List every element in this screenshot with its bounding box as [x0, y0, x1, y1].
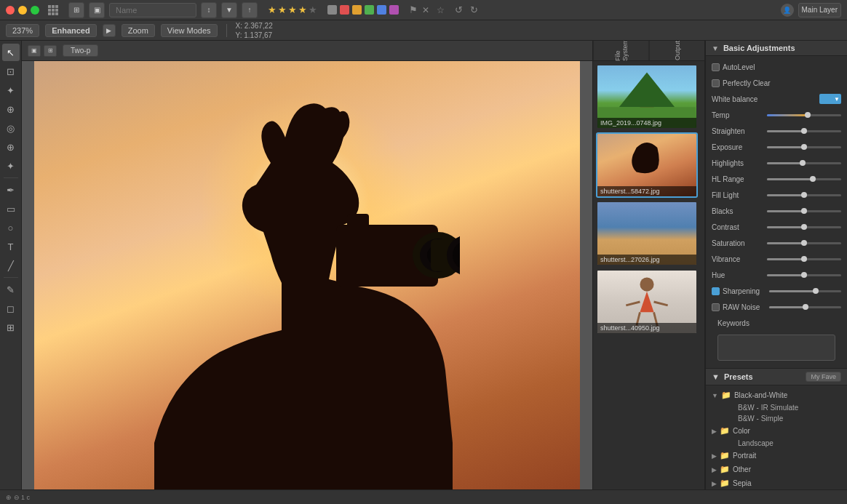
highlights-slider[interactable] [767, 162, 841, 164]
rect-tool[interactable]: ▭ [2, 200, 20, 217]
preset-bw-ir[interactable]: B&W - IR Simulate [720, 402, 847, 413]
autolevel-checkbox[interactable] [712, 63, 720, 71]
preset-folder-portrait[interactable]: ▶ 📁 Portrait [706, 449, 847, 463]
close-button[interactable] [6, 6, 15, 15]
star-3[interactable]: ★ [288, 4, 297, 15]
color-label-gray[interactable] [327, 5, 337, 15]
star-toggle-icon[interactable]: ☆ [437, 5, 445, 15]
basic-adjustments-header[interactable]: ▼ Basic Adjustments [706, 41, 847, 56]
export-icon[interactable]: ↑ [242, 2, 258, 18]
crop-tool[interactable]: ⊡ [2, 63, 20, 80]
canvas-wrapper[interactable] [22, 61, 592, 489]
my-fave-tab[interactable]: My Fave [806, 372, 841, 382]
perfectly-clear-checkbox[interactable] [712, 79, 720, 87]
white-balance-picker[interactable]: ▼ [819, 94, 841, 104]
thumbnail-item[interactable]: IMG_2019...0748.jpg [596, 64, 698, 129]
view-toggle-icon[interactable]: ⊞ [68, 2, 84, 18]
color-label-blue[interactable] [377, 5, 386, 15]
maximize-button[interactable] [31, 6, 39, 15]
preset-folder-color[interactable]: ▶ 📁 Color [706, 424, 847, 438]
arrow-right-icon[interactable]: ▶ [103, 24, 116, 37]
star-5[interactable]: ★ [309, 4, 317, 15]
preview-single-icon[interactable]: ▣ [28, 45, 41, 57]
top-bar-right: 👤 Main Layer [781, 3, 841, 17]
brush-tool[interactable]: ⊕ [2, 100, 20, 118]
file-system-tab[interactable]: File System [593, 41, 649, 60]
color-label-orange[interactable] [352, 5, 362, 15]
keywords-input[interactable] [717, 335, 835, 361]
presets-section: ▼ Presets My Fave ▼ 📁 Black-and-White B&… [706, 368, 847, 489]
text-tool[interactable]: T [2, 238, 20, 255]
view-single-icon[interactable]: ▣ [89, 2, 105, 18]
preset-bw-simple[interactable]: B&W - Simple [720, 413, 847, 424]
fill-light-slider[interactable] [767, 194, 841, 196]
zoom-button[interactable]: Zoom [122, 24, 155, 37]
oval-tool[interactable]: ○ [2, 219, 20, 236]
raw-noise-checkbox[interactable] [712, 303, 720, 311]
exposure-slider[interactable] [767, 146, 841, 148]
reject-icon[interactable]: ✕ [422, 5, 429, 15]
thumbnail-item[interactable]: shutterst...40950.jpg [596, 269, 698, 335]
blacks-slider[interactable] [767, 210, 841, 212]
redo-icon[interactable]: ↻ [470, 4, 478, 15]
raw-noise-label: RAW Noise [723, 303, 766, 311]
preset-landscape[interactable]: Landscape [720, 438, 847, 449]
presets-header[interactable]: ▼ Presets My Fave [706, 369, 847, 385]
contrast-slider[interactable] [767, 226, 841, 228]
exposure-label: Exposure [712, 143, 764, 151]
thumbnail-item[interactable]: shutterst...58472.jpg [596, 132, 698, 198]
white-balance-label: White balance [712, 95, 816, 103]
hue-slider[interactable] [767, 274, 841, 276]
sepia-chevron-icon: ▶ [712, 480, 717, 487]
temp-label: Temp [712, 111, 764, 119]
main-content: ↖ ⊡ ✦ ⊕ ◎ ⊕ ✦ ✒ ▭ ○ T ╱ ✎ ◻ ⊞ ▣ ⊞ Two-p [0, 41, 847, 489]
view-modes-button[interactable]: View Modes [161, 24, 218, 37]
star-tool[interactable]: ✦ [2, 157, 20, 175]
output-tab[interactable]: Output [649, 41, 705, 60]
preset-folder-sepia[interactable]: ▶ 📁 Sepia [706, 476, 847, 489]
preset-folder-other[interactable]: ▶ 📁 Other [706, 463, 847, 476]
sharpening-checkbox[interactable] [712, 287, 720, 295]
zoom-level[interactable]: 237% [6, 24, 39, 37]
thumbnail-item[interactable]: shutterst...27026.jpg [596, 201, 698, 266]
raw-noise-slider[interactable] [769, 306, 841, 308]
hl-range-slider[interactable] [767, 178, 841, 180]
pen-tool[interactable]: ✒ [2, 181, 20, 199]
star-1[interactable]: ★ [268, 4, 277, 15]
cursor-tool[interactable]: ↖ [2, 44, 20, 61]
saturation-slider[interactable] [767, 242, 841, 244]
temp-slider[interactable] [767, 114, 841, 116]
flag-icon[interactable]: ⚑ [409, 4, 418, 15]
other-folder-icon: 📁 [720, 465, 730, 474]
layers-tool[interactable]: ⊞ [2, 319, 20, 336]
tool-separator2 [4, 277, 18, 278]
preview-dual-icon[interactable]: ⊞ [44, 45, 57, 57]
color-labels [327, 5, 399, 15]
minimize-button[interactable] [18, 6, 27, 15]
erase-tool[interactable]: ◻ [2, 300, 20, 317]
filter-icon[interactable]: ▼ [221, 2, 237, 18]
star-2[interactable]: ★ [278, 4, 287, 15]
vibrance-slider[interactable] [767, 258, 841, 260]
two-pane-tab[interactable]: Two-p [63, 44, 98, 57]
clone-tool[interactable]: ◎ [2, 119, 20, 137]
star-rating[interactable]: ★ ★ ★ ★ ★ [268, 4, 317, 15]
heal-tool[interactable]: ✦ [2, 81, 20, 99]
straighten-slider[interactable] [767, 130, 841, 132]
color-label-red[interactable] [340, 5, 349, 15]
color-label-purple[interactable] [389, 5, 399, 15]
sort-icon[interactable]: ↕ [201, 2, 217, 18]
name-input[interactable] [109, 3, 196, 17]
enhanced-button[interactable]: Enhanced [45, 24, 97, 37]
preset-folder-bw[interactable]: ▼ 📁 Black-and-White [706, 388, 847, 402]
eyedropper-tool[interactable]: ✎ [2, 281, 20, 298]
star-4[interactable]: ★ [298, 4, 307, 15]
zoom-tool[interactable]: ⊕ [2, 138, 20, 156]
layer-select[interactable]: Main Layer [798, 3, 841, 17]
undo-icon[interactable]: ↺ [455, 4, 463, 15]
color-label-green[interactable] [365, 5, 374, 15]
bottom-bar-controls[interactable]: ⊕ ⊖ 1 c [6, 494, 30, 501]
sharpening-slider[interactable] [769, 290, 841, 292]
thumb-label: shutterst...27026.jpg [597, 255, 696, 265]
line-tool[interactable]: ╱ [2, 257, 20, 274]
